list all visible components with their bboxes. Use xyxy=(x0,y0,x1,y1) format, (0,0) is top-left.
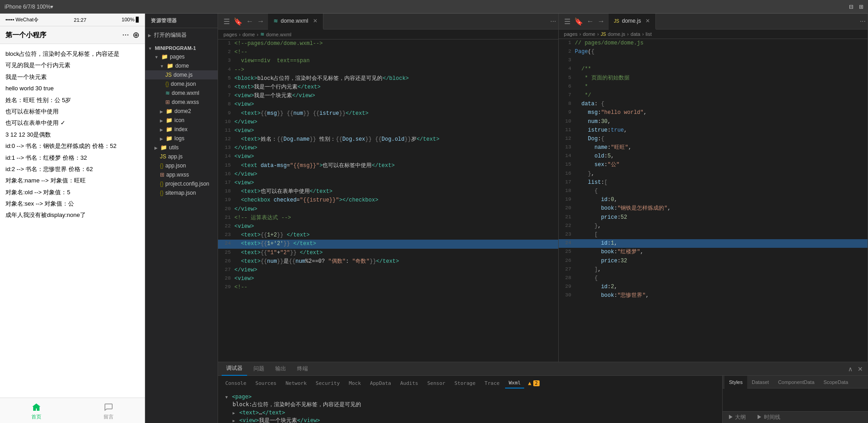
sub-tab-sources[interactable]: Sources xyxy=(252,378,280,389)
tab-problems[interactable]: 问题 xyxy=(249,362,269,376)
main-layout: ••••• WeChat令 21:27 100% ▊ 第一个小程序 ··· ⊕ … xyxy=(0,14,868,423)
js-toolbar-back[interactable]: ← xyxy=(587,17,594,25)
content-line-4: hello world 30 true xyxy=(5,83,139,93)
js-line-2: 2 Page({ xyxy=(559,48,868,56)
outline-btn[interactable]: ▶ 大纲 xyxy=(723,412,751,423)
icon-folder-icon: 📁 xyxy=(166,117,173,123)
sitemap-icon: {} xyxy=(160,190,164,196)
pages-arrow xyxy=(154,54,159,59)
js-line-13: 13 name:"旺旺", xyxy=(559,143,868,152)
file-app-wxss[interactable]: ⊞ app.wxss xyxy=(145,170,218,179)
wxml-tab-close[interactable]: ✕ xyxy=(313,18,317,24)
js-line-19: 19 id:0, xyxy=(559,196,868,204)
wxml-line-3: 3 view==div text==span xyxy=(218,57,558,65)
explorer-project-section: MINIPROGRAM-1 📁 pages 📁 dome JS dome.js … xyxy=(145,42,218,199)
js-line-23: 23 [ xyxy=(559,231,868,239)
js-tab-close[interactable]: ✕ xyxy=(645,18,650,24)
wxml-breadcrumb: pages › dome › ≋ dome.wxml xyxy=(218,30,558,39)
xml-tree-view1[interactable]: <view>我是一个块元素</view> xyxy=(225,416,715,423)
tab-output[interactable]: 输出 xyxy=(271,362,291,376)
wxml-editor-body[interactable]: 1 <!--pages/dome/dome.wxml--> 2 <!-- 3 v… xyxy=(218,39,558,362)
editors-split: ☰ 🔖 ← → ≋ dome.wxml ✕ ··· pages xyxy=(218,14,868,362)
sub-tab-sensor[interactable]: Sensor xyxy=(424,378,449,389)
sub-tab-mock[interactable]: Mock xyxy=(345,378,365,389)
wxml-line-16: 16 </view> xyxy=(218,170,558,179)
icon-folder[interactable]: 📁 icon xyxy=(145,116,218,125)
dome2-folder[interactable]: 📁 dome2 xyxy=(145,107,218,116)
wxml-line-25: 25 <text>{{"1"+"2"}} </text> xyxy=(218,249,558,257)
file-sitemap[interactable]: {} sitemap.json xyxy=(145,188,218,197)
sub-tab-wxml[interactable]: Wxml xyxy=(505,378,525,389)
wxml-toolbar-back[interactable]: ← xyxy=(246,17,253,25)
sub-tab-appdata[interactable]: AppData xyxy=(367,378,395,389)
sub-tab-console[interactable]: Console xyxy=(222,378,250,389)
phone-action-btn[interactable]: ⊕ xyxy=(133,30,139,40)
utils-folder-label: utils xyxy=(169,144,179,151)
xml-tree-block[interactable]: block:占位符，渲染时会不见标签，内容还是可见的 xyxy=(225,400,715,409)
nav-home[interactable]: 首页 xyxy=(0,398,73,423)
phone-title: 第一个小程序 xyxy=(5,31,46,39)
tab-dome-wxml[interactable]: ≋ dome.wxml ✕ xyxy=(268,14,323,30)
sub-tab-security[interactable]: Security xyxy=(312,378,343,389)
js-breadcrumb-file: dome.js xyxy=(608,31,625,37)
tab-component-data[interactable]: ComponentData xyxy=(774,376,819,389)
wxml-tab-icon: ≋ xyxy=(273,18,278,24)
index-folder[interactable]: 📁 index xyxy=(145,125,218,134)
tab-styles[interactable]: Styles xyxy=(724,376,747,389)
warning-count: 2 xyxy=(533,380,540,386)
phone-menu-btn[interactable]: ··· xyxy=(122,30,129,40)
file-dome-wxml[interactable]: ≋ dome.wxml xyxy=(145,89,218,98)
file-dome-json[interactable]: {} dome.json xyxy=(145,79,218,89)
panel-close-btn[interactable]: ✕ xyxy=(856,365,864,373)
timeline-btn[interactable]: ▶ 时间线 xyxy=(751,412,785,423)
tab-scope-data[interactable]: ScopeData xyxy=(819,376,853,389)
phone-time: 21:27 xyxy=(74,17,87,23)
project-config-label: project.config.json xyxy=(165,181,209,187)
js-toolbar-forward[interactable]: → xyxy=(598,17,605,25)
wxml-line-14: 14 <view> xyxy=(218,152,558,161)
wxml-line-2: 2 <!-- xyxy=(218,48,558,57)
wxml-line-21: 21 <!-- 运算表达式 --> xyxy=(218,214,558,222)
tab-terminal[interactable]: 终端 xyxy=(293,362,312,376)
file-app-js[interactable]: JS app.js xyxy=(145,152,218,161)
file-dome-wxss[interactable]: ⊞ dome.wxss xyxy=(145,98,218,107)
tab-dataset[interactable]: Dataset xyxy=(747,376,774,389)
xml-tree-page[interactable]: <page> xyxy=(225,393,715,400)
dome-folder[interactable]: 📁 dome xyxy=(145,61,218,70)
tab-dome-js[interactable]: JS dome.js ✕ xyxy=(609,14,656,30)
project-root[interactable]: MINIPROGRAM-1 xyxy=(145,44,218,52)
js-more-icon[interactable]: ··· xyxy=(860,17,866,25)
debug-tab-bar: 调试器 问题 输出 终端 ∧ ✕ xyxy=(218,362,868,376)
js-breadcrumb: pages › dome › JS dome.js › data › list xyxy=(559,30,868,39)
wxml-tab-label: dome.wxml xyxy=(281,18,308,24)
js-editor-body[interactable]: 1 // pages/dome/dome.js 2 Page({ 3 4 /** xyxy=(559,39,868,362)
wxml-more-icon[interactable]: ··· xyxy=(550,17,556,25)
top-bar: iPhone 6/7/8 100%▾ ⊟ ⊞ xyxy=(0,0,868,14)
sub-tab-storage[interactable]: Storage xyxy=(451,378,479,389)
layout-icon[interactable]: ⊟ xyxy=(849,4,853,10)
file-app-json[interactable]: {} app.json xyxy=(145,161,218,170)
js-toolbar-bookmark[interactable]: 🔖 xyxy=(574,17,583,26)
pages-folder[interactable]: 📁 pages xyxy=(145,52,218,61)
js-line-5: 5 * 页面的初始数据 xyxy=(559,74,868,83)
warning-icon: ▲ xyxy=(528,380,531,386)
utils-folder[interactable]: 📁 utils xyxy=(145,143,218,152)
wxml-toolbar-forward[interactable]: → xyxy=(257,17,264,25)
sub-tab-network[interactable]: Network xyxy=(282,378,310,389)
sub-tab-trace[interactable]: Trace xyxy=(481,378,503,389)
file-dome-js[interactable]: JS dome.js xyxy=(145,70,218,79)
wxml-toolbar-menu[interactable]: ☰ xyxy=(223,17,230,26)
js-toolbar-menu[interactable]: ☰ xyxy=(564,17,570,26)
index-arrow xyxy=(160,127,163,132)
xml-tree-text1[interactable]: <text>…</text> xyxy=(225,409,715,416)
nav-message[interactable]: 留言 xyxy=(73,398,145,423)
tab-debugger[interactable]: 调试器 xyxy=(222,362,247,376)
open-editors-section[interactable]: 打开的编辑器 xyxy=(145,30,218,40)
sub-tab-audits[interactable]: Audits xyxy=(397,378,422,389)
styles-content xyxy=(723,389,868,411)
split-icon[interactable]: ⊞ xyxy=(859,4,863,10)
panel-collapse-btn[interactable]: ∧ xyxy=(846,365,854,373)
logs-folder[interactable]: 📁 logs xyxy=(145,134,218,143)
wxml-toolbar-bookmark[interactable]: 🔖 xyxy=(233,17,243,26)
file-project-config[interactable]: {} project.config.json xyxy=(145,179,218,188)
